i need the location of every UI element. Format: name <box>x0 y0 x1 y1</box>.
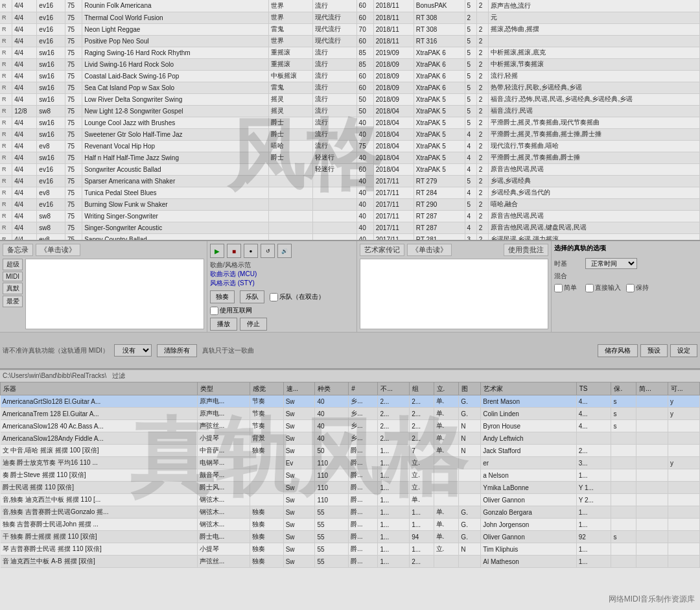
table-row[interactable]: R 4/4 sw16 75 Lounge Cool Jazz with Brus… <box>0 117 700 128</box>
playback-panel: ▶ ■ ● ↺ 🔊 歌曲/风格示范 歌曲示选 (MCU) 风格示选 (STY) … <box>207 241 357 332</box>
band-dual-checkbox-label[interactable]: 乐队（在双击） <box>270 292 325 301</box>
stop-action-button[interactable]: 停止 <box>240 318 267 331</box>
simple-checkbox-label[interactable]: 简单 <box>554 283 580 292</box>
artist-textarea[interactable] <box>360 259 548 329</box>
clear-all-button[interactable]: 清除所有 <box>157 344 197 357</box>
column-header[interactable]: 图 <box>459 382 481 395</box>
loop-button[interactable]: ↺ <box>261 244 275 258</box>
list-item[interactable]: AmericanaTrem 128 El.Guitar A...原声电...节奏… <box>1 408 700 420</box>
track-n1: 5 <box>465 35 476 47</box>
track-time: 4/4 <box>12 128 37 140</box>
table-row[interactable]: R 4/4 sw16 75 Raging Swing-16 Hard Rock … <box>0 47 700 58</box>
column-header[interactable]: 保. <box>611 382 636 395</box>
column-header[interactable]: 简... <box>636 382 668 395</box>
column-header[interactable]: 不... <box>378 382 410 395</box>
column-header[interactable]: 立. <box>434 382 459 395</box>
list-item[interactable]: AmericanaSlow128Andy Fiddle A...小提琴背景Sw4… <box>1 432 700 445</box>
column-header[interactable]: 感觉 <box>250 382 283 395</box>
column-header[interactable]: 乐器 <box>1 382 198 395</box>
midi-btn[interactable]: MIDI <box>3 272 23 281</box>
table-row[interactable]: R 4/4 sw16 75 Livid Swing-16 Hard Rock S… <box>0 58 700 70</box>
set-button[interactable]: 设定 <box>670 344 697 357</box>
column-header[interactable]: 类型 <box>198 382 250 395</box>
column-header[interactable]: 艺术家 <box>481 382 576 395</box>
list-item[interactable]: 爵士民谣 摇摆 110 [双倍]爵士风...Sw110爵...1...立.Ymi… <box>1 482 700 494</box>
time-base-select[interactable]: 正常时间 <box>585 258 637 269</box>
table-row[interactable]: R 4/4 ev16 75 Rounin Folk Americana 世界 流… <box>0 0 700 12</box>
hold-checkbox-label[interactable]: 保持 <box>626 283 652 292</box>
song-show-label[interactable]: 歌曲示选 (MCU) <box>210 270 354 279</box>
volume-button[interactable]: 🔊 <box>277 244 292 258</box>
style-show-label[interactable]: 风格示选 (STY) <box>210 279 354 288</box>
column-header[interactable]: # <box>349 382 378 395</box>
simple-checkbox[interactable] <box>554 284 563 292</box>
fav-btn[interactable]: 最爱 <box>3 296 23 307</box>
track-bpm: 75 <box>65 70 82 82</box>
table-cell: er <box>481 457 576 469</box>
table-row[interactable]: R 4/4 sw8 75 Singer-Songwriter Acoustic … <box>0 222 700 233</box>
artist-single-read[interactable]: 《单击读》 <box>407 244 452 256</box>
table-row[interactable]: R 4/4 sw8 75 Writing Singer-Songwriter 4… <box>0 210 700 222</box>
solo-button[interactable]: 独奏 <box>210 290 235 303</box>
list-item[interactable]: 奏 爵士Steve 摇摆 110 [双倍]颤音琴...Sw110爵...1...… <box>1 469 700 482</box>
hold-checkbox[interactable] <box>626 284 635 292</box>
table-row[interactable]: R 4/4 ev16 75 Burning Slow Funk w Shaker… <box>0 198 700 210</box>
table-row[interactable]: R 4/4 ev16 75 Positive Pop Neo Soul 世界 现… <box>0 35 700 47</box>
save-style-button[interactable]: 储存风格 <box>598 344 638 357</box>
play-action-button[interactable]: 播放 <box>210 318 237 331</box>
table-cell: Sw <box>283 556 315 568</box>
table-cell: 单. <box>434 408 459 420</box>
list-item[interactable]: AmericanaSlow128 40 Ac.Bass A...声弦丝...节奏… <box>1 420 700 432</box>
table-row[interactable]: R 4/4 ev16 75 Songwriter Acoustic Ballad… <box>0 163 700 175</box>
single-read-label[interactable]: 《单击读》 <box>36 244 80 256</box>
column-header[interactable]: 速... <box>283 382 315 395</box>
real-btn[interactable]: 真默 <box>3 283 23 294</box>
table-row[interactable]: R 4/4 ev16 75 Sparser Americana with Sha… <box>0 175 700 187</box>
track-genre <box>312 210 356 222</box>
track-desc: 原音吉他民谣,民谣 <box>488 210 699 222</box>
stop-button[interactable]: ■ <box>227 244 241 258</box>
table-cell: Y 2... <box>576 494 611 506</box>
table-row[interactable]: R 4/4 sw16 75 Half n Half Half-Time Jazz… <box>0 152 700 163</box>
table-row[interactable]: R 4/4 sw16 75 Sweetener Gtr Solo Half-Ti… <box>0 128 700 140</box>
table-row[interactable]: R 12/8 sw8 75 New Light 12-8 Songwriter … <box>0 105 700 117</box>
none-select[interactable]: 没有 <box>114 344 152 357</box>
rewind-button[interactable]: ● <box>244 244 258 258</box>
list-item[interactable]: 琴 吉普赛爵士民谣 摇摆 110 [双倍]小提琴独奏Sw55爵...1...1.… <box>1 543 700 556</box>
table-row[interactable]: R 4/4 sw16 75 Low River Delta Songwriter… <box>0 93 700 105</box>
notes-textarea[interactable] <box>25 259 204 329</box>
list-item[interactable]: 独奏 吉普赛爵士民谣John 摇摆 ...钢弦木...独奏Sw55爵...1..… <box>1 519 700 531</box>
column-header[interactable]: 可... <box>668 382 700 395</box>
table-row[interactable]: R 4/4 ev16 75 Neon Light Reggae 雷鬼 现代流行 … <box>0 23 700 35</box>
list-item[interactable]: 干 独奏 爵士摇摆 摇摆 110 [双倍]爵士电...独奏Sw55爵...1..… <box>1 531 700 543</box>
list-item[interactable]: 音 迪克西兰中板 A-B 摇摆 [双倍]声弦丝...独奏Sw55爵...1...… <box>1 556 700 568</box>
direct-input-checkbox[interactable] <box>585 284 594 292</box>
table-cell: Tim Kliphuis <box>481 543 576 556</box>
list-item[interactable]: 迪奏 爵士放克节奏 平均16 110 ...电钢琴...Ev110爵...1..… <box>1 457 700 469</box>
direct-input-checkbox-label[interactable]: 直接输入 <box>585 283 621 292</box>
band-button[interactable]: 乐队 <box>240 290 264 303</box>
band-dual-checkbox[interactable] <box>270 293 278 301</box>
list-item[interactable]: 音,独奏 吉普赛爵士民谣Gonzalo 摇...钢弦木...独奏Sw55爵...… <box>1 506 700 519</box>
super-btn[interactable]: 超级 <box>3 259 23 270</box>
table-row[interactable]: R 4/4 sw16 75 Sea Cat Island Pop w Sax S… <box>0 82 700 93</box>
list-item[interactable]: 音,独奏 迪克西兰中板 摇摆 110 [...钢弦木...Sw110爵...1.… <box>1 494 700 506</box>
track-pack: RT 308 <box>414 23 465 35</box>
column-header[interactable]: TS <box>576 382 611 395</box>
column-header[interactable]: 组 <box>410 382 434 395</box>
table-row[interactable]: R 4/4 sw16 75 Coastal Laid-Back Swing-16… <box>0 70 700 82</box>
table-row[interactable]: R 4/4 ev8 75 Tunica Pedal Steel Blues 40… <box>0 187 700 198</box>
internet-checkbox-label[interactable]: 使用互联网 <box>210 306 252 315</box>
list-item[interactable]: 文 中音,嘻哈 摇滚 摇摆 100 [双倍]中音萨...独奏Sw50爵...1.… <box>1 445 700 457</box>
table-row[interactable]: R 4/4 ev8 75 Revenant Vocal Hip Hop 嘻哈 流… <box>0 140 700 152</box>
play-button[interactable]: ▶ <box>210 244 224 258</box>
internet-checkbox[interactable] <box>210 307 218 315</box>
table-row[interactable]: R 4/4 ev8 75 Sappy Country Ballad 40 201… <box>0 233 700 240</box>
list-item[interactable]: AmericanaGrtSlo128 El.Guitar A...原声电...节… <box>1 395 700 408</box>
track-genre <box>312 222 356 233</box>
track-tempo: 60 <box>356 163 373 175</box>
preset-button[interactable]: 预设 <box>640 344 668 357</box>
table-cell <box>668 506 700 519</box>
table-row[interactable]: R 4/4 ev16 75 Thermal Cool World Fusion … <box>0 12 700 23</box>
column-header[interactable]: 种类 <box>315 382 349 395</box>
